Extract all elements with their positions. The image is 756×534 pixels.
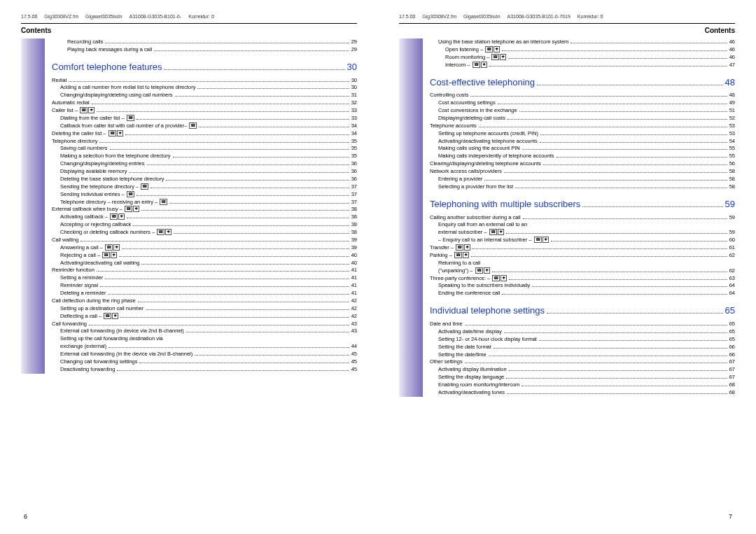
toc-label: Telephoning with multiple subscribers xyxy=(430,198,580,211)
toc-label: Saving call numbers xyxy=(60,145,108,153)
leader-dots xyxy=(174,233,349,234)
comfort-icon: ❖ xyxy=(117,130,123,136)
leader-dots xyxy=(136,195,349,196)
toc-label: Activating callback – ☎❖ xyxy=(60,213,125,221)
leader-dots xyxy=(147,164,349,165)
toc-label: Returning to a call xyxy=(438,260,480,267)
toc-entry: Setting 12- or 24-hour clock display for… xyxy=(438,336,735,344)
leader-dots xyxy=(138,302,349,302)
toc-label: Changing/displaying/deleting using call … xyxy=(60,92,173,99)
toc-entry: Speaking to the subscribers individually… xyxy=(438,282,735,290)
leader-dots xyxy=(509,279,727,280)
leader-dots xyxy=(199,127,349,127)
handset-icon: ☎ xyxy=(189,122,197,129)
toc-entry: Callback from caller list with call numb… xyxy=(60,122,357,130)
toc-label: Three-party conference: – ☎❖ xyxy=(430,275,507,283)
toc-page-number: 37 xyxy=(351,199,357,206)
toc-label: Dialling from the caller list – ☎ xyxy=(60,115,134,122)
toc-page-number: 38 xyxy=(351,206,357,213)
toc-label: Cost conversions in the exchange xyxy=(438,107,517,115)
handset-icon: ☎ xyxy=(491,54,499,60)
leader-dots xyxy=(125,134,349,135)
toc-label: Telephone directory – receiving an entry… xyxy=(60,199,167,206)
comfort-icon: ❖ xyxy=(113,244,120,251)
toc-label: Call deflection during the ring phase xyxy=(52,297,136,305)
toc-entry: External callback when busy – ☎❖38 xyxy=(52,206,357,213)
divider xyxy=(399,23,735,24)
toc-entry: Telephone directory35 xyxy=(52,138,357,146)
toc-page-number: 53 xyxy=(729,122,735,130)
leader-dots xyxy=(122,248,349,249)
meta-item: Korrektur: 0 xyxy=(188,14,214,19)
toc-label: Call forwarding xyxy=(52,321,87,328)
toc-entry: Call forwarding43 xyxy=(52,321,357,328)
leader-dots xyxy=(92,104,349,104)
toc-page-number: 36 xyxy=(351,176,357,183)
toc-entry: Network access calls/providers58 xyxy=(430,168,735,176)
toc-entry: external subscriber – ☎❖59 xyxy=(438,229,735,237)
toc-entry: Setting up the call forwarding destinati… xyxy=(60,335,357,343)
toc-label: Calling another subscriber during a call xyxy=(430,214,521,222)
meta-item: A31008-G3035-B101-6-7619 xyxy=(507,14,570,19)
leader-dots xyxy=(498,104,727,104)
toc-entry: Cost accounting settings49 xyxy=(438,99,735,107)
toc-entry: Reminder function41 xyxy=(52,267,357,274)
toc-page-number: 38 xyxy=(351,213,357,221)
leader-dots xyxy=(502,294,727,295)
toc-entry: Making a selection from the telephone di… xyxy=(60,153,357,160)
leader-dots xyxy=(506,233,727,234)
toc-entry: External call forwarding (in device via … xyxy=(60,328,357,335)
toc-page-number: 59 xyxy=(729,214,735,222)
leader-dots xyxy=(110,149,349,150)
leader-dots xyxy=(119,256,349,257)
leader-dots xyxy=(465,363,727,363)
toc-entry: Accepting or rejecting callback38 xyxy=(60,221,357,229)
page-right: 17.5.00 Gig3030iIVZ.fm Gigaset3035isdn A… xyxy=(378,0,756,534)
toc-page-number: 56 xyxy=(729,160,735,168)
toc-entry: Rejecting a call – ☎❖40 xyxy=(60,252,357,260)
toc-entry: Deleting the caller list – ☎❖34 xyxy=(52,130,357,138)
leader-dots xyxy=(507,119,727,120)
toc-label: Reminder function xyxy=(52,267,94,274)
leader-dots xyxy=(506,378,727,379)
toc-entry: Enquiry call from an external call to an xyxy=(438,221,735,229)
meta-item: A31008-G3035-B101-6- xyxy=(130,14,182,19)
leader-dots xyxy=(173,157,349,157)
comfort-icon: ❖ xyxy=(133,206,139,212)
toc-label: Date and time xyxy=(430,321,463,328)
page-number: 6 xyxy=(24,513,27,520)
meta-item: Gigaset3035isdn xyxy=(85,14,122,19)
toc-page-number: 68 xyxy=(729,389,735,397)
toc-label: Setting the date format xyxy=(438,344,491,351)
toc-entry: Changing/displaying/deleting using call … xyxy=(60,92,357,99)
toc-entry: exchange (external)44 xyxy=(60,343,357,351)
toc-list-left: Recording calls29Playing back messages d… xyxy=(45,38,357,374)
leader-dots xyxy=(484,180,727,181)
handset-icon: ☎ xyxy=(141,183,148,190)
toc-label: Changing/displaying/deleting entries xyxy=(60,160,145,168)
toc-entry: Setting the date format66 xyxy=(438,344,735,351)
toc-label: Making a selection from the telephone di… xyxy=(60,153,171,160)
leader-dots xyxy=(523,218,727,219)
comfort-icon: ❖ xyxy=(493,46,500,52)
toc-entry: Sending the telephone directory – ☎37 xyxy=(60,183,357,191)
leader-dots xyxy=(551,241,727,241)
toc-label: Individual telephone settings xyxy=(430,304,545,318)
toc-entry: Deactivating forwarding45 xyxy=(60,366,357,374)
toc-page-number: 67 xyxy=(729,358,735,366)
toc-label: Intercom – ☎❖ xyxy=(445,62,487,69)
toc-entry: Changing call forwarding settings45 xyxy=(60,358,357,366)
toc-label: Controlling costs xyxy=(430,92,468,99)
toc-label: Parking – ☎❖ xyxy=(430,252,469,260)
toc-label: Using the base station telephone as an i… xyxy=(438,38,568,46)
comfort-icon: ❖ xyxy=(165,229,172,235)
toc-entry: Parking – ☎❖62 xyxy=(430,252,735,260)
toc-label: Making calls using the account PIN xyxy=(438,145,520,153)
meta-item: Gig3030iIVZ.fm xyxy=(422,14,456,19)
toc-entry: External call forwarding (in the device … xyxy=(60,351,357,358)
toc-entry: Open listening – ☎❖46 xyxy=(445,46,735,54)
toc-label: Telephone accounts xyxy=(430,122,477,130)
comfort-icon: ❖ xyxy=(88,107,94,113)
toc-page-number: 39 xyxy=(351,237,357,244)
toc-label: Recording calls xyxy=(67,38,103,46)
